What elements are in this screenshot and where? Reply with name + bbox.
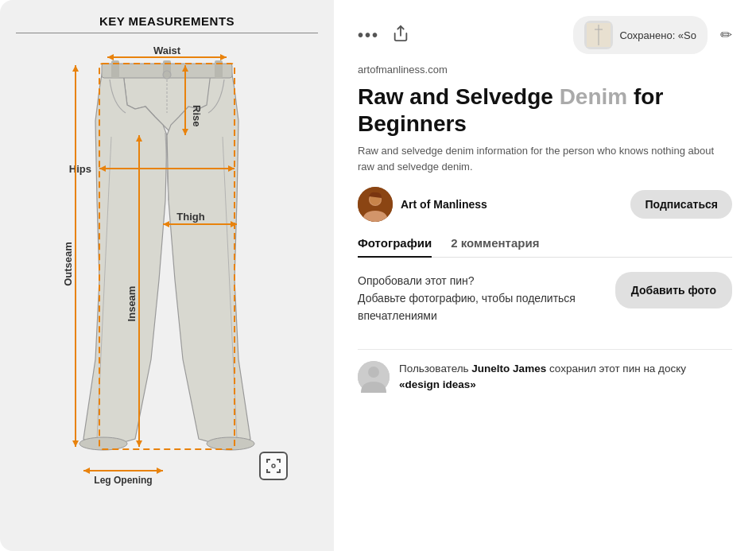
try-pin-line1: Опробовали этот пин? bbox=[358, 272, 576, 289]
source-link[interactable]: artofmanliness.com bbox=[358, 64, 732, 76]
title-part1: Raw and Selvedge bbox=[358, 84, 560, 109]
repin-text: Пользователь Junelto James сохранил этот… bbox=[399, 361, 686, 394]
try-pin-line2: Добавьте фотографию, чтобы поделиться bbox=[358, 289, 576, 307]
svg-marker-29 bbox=[72, 440, 79, 447]
title-divider bbox=[16, 33, 318, 33]
repin-board: «design ideas» bbox=[399, 378, 476, 390]
try-pin-text: Опробовали этот пин? Добавьте фотографию… bbox=[358, 272, 576, 325]
left-panel: KEY MEASUREMENTS bbox=[0, 0, 334, 551]
measurements-title: KEY MEASUREMENTS bbox=[99, 14, 235, 28]
more-options-button[interactable]: ••• bbox=[358, 26, 379, 45]
saved-chip: Сохранено: «So bbox=[573, 16, 708, 54]
saved-chip-text: Сохранено: «So bbox=[619, 29, 696, 41]
svg-rect-44 bbox=[266, 469, 268, 473]
divider bbox=[358, 349, 732, 350]
top-actions-left: ••• bbox=[358, 25, 409, 46]
scan-icon[interactable] bbox=[259, 452, 288, 480]
top-actions: ••• Сохранено: «So bbox=[358, 16, 732, 54]
article-title: Raw and Selvedge Denim for Beginners bbox=[358, 83, 732, 137]
svg-marker-36 bbox=[83, 468, 90, 474]
tab-comments[interactable]: 2 комментария bbox=[451, 236, 539, 258]
svg-point-8 bbox=[79, 437, 127, 450]
tabs-row: Фотографии 2 комментария bbox=[358, 236, 732, 258]
edit-button[interactable]: ✏ bbox=[720, 26, 732, 44]
svg-point-9 bbox=[207, 437, 254, 450]
article-description: Raw and selvedge denim information for t… bbox=[358, 143, 732, 174]
svg-marker-12 bbox=[107, 54, 114, 60]
repin-avatar bbox=[358, 361, 390, 393]
svg-text:Inseam: Inseam bbox=[126, 286, 138, 322]
svg-text:Thigh: Thigh bbox=[176, 211, 204, 223]
repin-row: Пользователь Junelto James сохранил этот… bbox=[358, 361, 732, 394]
saved-chip-thumbnail bbox=[584, 21, 613, 49]
svg-text:Hips: Hips bbox=[69, 163, 91, 175]
title-part2: Denim bbox=[560, 84, 628, 109]
tab-photos[interactable]: Фотографии bbox=[358, 236, 432, 258]
repin-pre: Пользователь bbox=[399, 363, 471, 374]
try-pin-section: Опробовали этот пин? Добавьте фотографию… bbox=[358, 272, 732, 325]
svg-rect-42 bbox=[279, 459, 281, 463]
share-button[interactable] bbox=[392, 25, 409, 46]
author-row: Art of Manliness Подписаться bbox=[358, 187, 732, 222]
try-pin-line3: впечатлениями bbox=[358, 307, 576, 324]
svg-point-47 bbox=[272, 464, 275, 468]
author-info: Art of Manliness bbox=[358, 187, 487, 222]
repin-mid: сохранил этот пин на доску bbox=[546, 363, 686, 374]
repin-user: Junelto James bbox=[471, 363, 546, 374]
svg-point-56 bbox=[368, 367, 379, 378]
svg-text:Outseam: Outseam bbox=[62, 242, 74, 286]
jeans-svg: Waist Rise Hips Thigh Outseam bbox=[40, 41, 294, 487]
svg-text:Waist: Waist bbox=[153, 45, 181, 56]
jeans-diagram: Waist Rise Hips Thigh Outseam bbox=[40, 41, 294, 487]
svg-text:Leg Opening: Leg Opening bbox=[94, 475, 152, 486]
svg-text:Rise: Rise bbox=[191, 105, 203, 126]
subscribe-button[interactable]: Подписаться bbox=[630, 190, 732, 219]
author-avatar bbox=[358, 187, 393, 222]
svg-marker-13 bbox=[220, 54, 227, 60]
svg-rect-46 bbox=[279, 469, 281, 473]
right-panel: ••• Сохранено: «So bbox=[334, 0, 756, 551]
svg-marker-37 bbox=[157, 468, 163, 474]
svg-marker-33 bbox=[136, 440, 142, 447]
svg-marker-28 bbox=[72, 65, 79, 72]
author-name: Art of Manliness bbox=[401, 198, 487, 211]
add-photo-button[interactable]: Добавить фото bbox=[615, 272, 732, 308]
svg-rect-40 bbox=[266, 459, 268, 463]
